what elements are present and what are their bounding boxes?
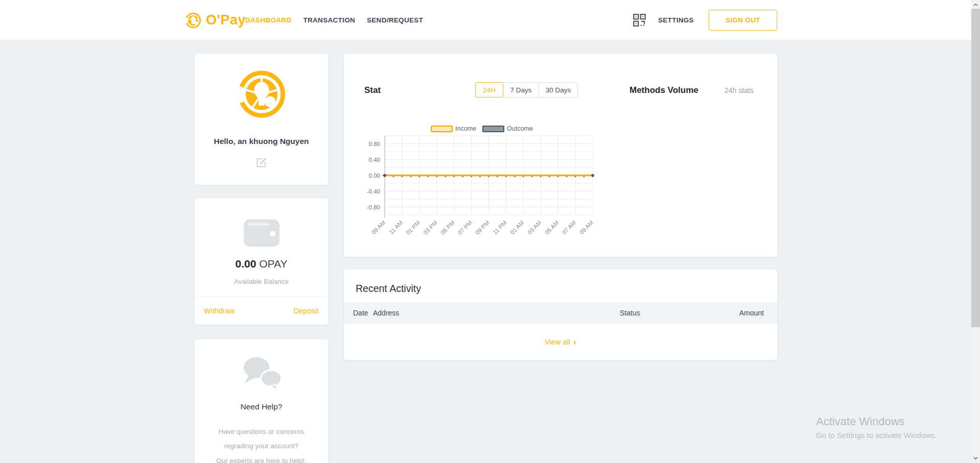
svg-text:09 AM: 09 AM: [370, 220, 387, 236]
qr-code-icon[interactable]: [633, 13, 646, 27]
svg-text:11 AM: 11 AM: [388, 220, 404, 235]
settings-link[interactable]: SETTINGS: [658, 0, 694, 40]
brand-logo-icon: [185, 12, 201, 29]
edit-profile-icon[interactable]: [255, 156, 268, 168]
recent-activity-card: Recent Activity Date Address Status Amou…: [344, 270, 777, 360]
activity-footer: View all ›: [344, 324, 777, 360]
svg-text:-0.80: -0.80: [367, 204, 380, 210]
income-outcome-chart: 0.800.400.00-0.40-0.8009 AM11 AM01 PM03 …: [349, 119, 625, 251]
vertical-scrollbar[interactable]: [971, 0, 980, 463]
deposit-link[interactable]: Deposit: [294, 307, 319, 315]
chat-bubbles-icon: [238, 355, 285, 392]
brand: O'Pay: [185, 0, 246, 40]
wallet-icon: [242, 217, 281, 249]
balance-currency: OPAY: [259, 258, 287, 270]
svg-text:0.40: 0.40: [369, 157, 380, 163]
help-line: regrading your account?: [195, 439, 328, 453]
column-status: Status: [620, 302, 640, 324]
svg-text:03 PM: 03 PM: [422, 220, 438, 236]
watermark-subtitle: Go to Settings to activate Windows.: [816, 431, 937, 440]
column-address: Address: [373, 302, 399, 324]
user-greeting: Hello, an khuong Nguyen: [195, 137, 328, 146]
help-line: Have questions or concerns: [195, 425, 328, 439]
svg-text:03 AM: 03 AM: [526, 220, 543, 236]
help-line: Our experts are here to help!.: [195, 454, 328, 463]
svg-text:11 PM: 11 PM: [492, 220, 507, 235]
column-amount: Amount: [739, 302, 764, 324]
balance-card: 0.00 OPAY Available Balance Withdraw Dep…: [195, 198, 328, 325]
svg-text:07 PM: 07 PM: [457, 220, 473, 236]
navbar: O'Pay DASHBOARD TRANSACTION SEND/REQUEST…: [0, 0, 971, 40]
svg-text:0.80: 0.80: [369, 141, 380, 147]
avatar: [237, 69, 286, 119]
range-button-24h[interactable]: 24H: [475, 82, 503, 98]
sign-out-button[interactable]: SIGN OUT: [709, 10, 777, 31]
methods-volume-caption: 24h stats: [725, 86, 754, 94]
nav-links: DASHBOARD TRANSACTION SEND/REQUEST: [245, 0, 423, 40]
balance-caption: Available Balance: [195, 278, 328, 285]
scrollbar-down-icon[interactable]: [973, 456, 978, 460]
watermark-title: Activate Windows: [816, 415, 937, 428]
range-button-7days[interactable]: 7 Days: [503, 82, 539, 98]
brand-name: O'Pay: [206, 12, 246, 28]
svg-text:01 AM: 01 AM: [509, 220, 525, 236]
time-range-group: 24H 7 Days 30 Days: [475, 82, 578, 98]
svg-text:05 AM: 05 AM: [544, 220, 560, 236]
stat-card: Stat 24H 7 Days 30 Days Methods Volume 2…: [344, 54, 777, 257]
view-all-link[interactable]: View all ›: [545, 338, 576, 346]
balance-amount: 0.00 OPAY: [195, 258, 328, 270]
svg-text:09 AM: 09 AM: [578, 220, 595, 236]
column-date: Date: [353, 302, 368, 324]
svg-text:-0.40: -0.40: [367, 188, 380, 194]
svg-text:07 AM: 07 AM: [561, 220, 577, 236]
scrollbar-up-icon[interactable]: [973, 3, 978, 7]
view-all-label: View all: [545, 338, 570, 346]
help-text: Have questions or concerns regrading you…: [195, 425, 328, 463]
svg-text:09 PM: 09 PM: [474, 220, 491, 236]
activity-table-header: Date Address Status Amount: [344, 302, 777, 324]
svg-text:01 PM: 01 PM: [405, 220, 421, 236]
profile-card: Hello, an khuong Nguyen: [195, 54, 328, 185]
range-button-30days[interactable]: 30 Days: [539, 82, 578, 98]
chevron-right-icon: ›: [573, 338, 576, 346]
withdraw-link[interactable]: Withdraw: [204, 307, 235, 315]
nav-item-send-request[interactable]: SEND/REQUEST: [367, 16, 423, 24]
balance-value: 0.00: [236, 258, 256, 270]
svg-text:05 PM: 05 PM: [439, 220, 456, 236]
nav-item-transaction[interactable]: TRANSACTION: [303, 16, 355, 24]
recent-activity-title: Recent Activity: [356, 283, 421, 295]
methods-volume-title: Methods Volume: [629, 85, 698, 95]
help-card: Need Help? Have questions or concerns re…: [195, 339, 328, 463]
balance-actions: Withdraw Deposit: [195, 296, 328, 325]
help-title: Need Help?: [195, 402, 328, 411]
stat-title: Stat: [364, 85, 381, 95]
nav-item-dashboard[interactable]: DASHBOARD: [245, 16, 291, 24]
scrollbar-thumb[interactable]: [971, 9, 980, 327]
svg-text:0.00: 0.00: [369, 173, 380, 179]
windows-activation-watermark: Activate Windows Go to Settings to activ…: [816, 415, 937, 440]
